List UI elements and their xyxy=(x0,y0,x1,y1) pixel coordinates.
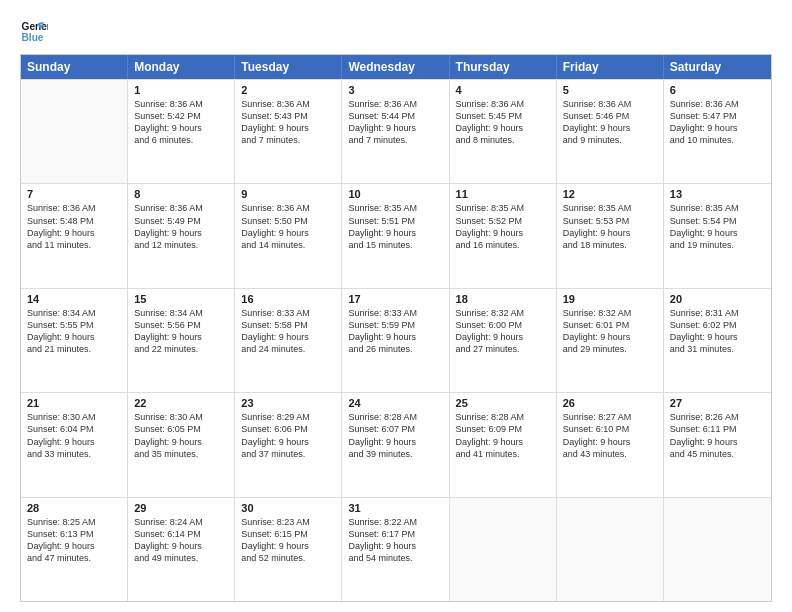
day-number: 20 xyxy=(670,293,765,305)
day-number: 28 xyxy=(27,502,121,514)
week-row-1: 1Sunrise: 8:36 AMSunset: 5:42 PMDaylight… xyxy=(21,79,771,183)
day-number: 12 xyxy=(563,188,657,200)
day-cell xyxy=(557,498,664,601)
day-cell: 30Sunrise: 8:23 AMSunset: 6:15 PMDayligh… xyxy=(235,498,342,601)
day-info: Sunrise: 8:34 AMSunset: 5:55 PMDaylight:… xyxy=(27,307,121,356)
day-cell: 13Sunrise: 8:35 AMSunset: 5:54 PMDayligh… xyxy=(664,184,771,287)
day-number: 3 xyxy=(348,84,442,96)
day-cell: 21Sunrise: 8:30 AMSunset: 6:04 PMDayligh… xyxy=(21,393,128,496)
day-cell: 16Sunrise: 8:33 AMSunset: 5:58 PMDayligh… xyxy=(235,289,342,392)
day-info: Sunrise: 8:23 AMSunset: 6:15 PMDaylight:… xyxy=(241,516,335,565)
column-header-saturday: Saturday xyxy=(664,55,771,79)
day-info: Sunrise: 8:27 AMSunset: 6:10 PMDaylight:… xyxy=(563,411,657,460)
page-header: General Blue xyxy=(20,18,772,46)
day-number: 27 xyxy=(670,397,765,409)
day-cell: 31Sunrise: 8:22 AMSunset: 6:17 PMDayligh… xyxy=(342,498,449,601)
day-info: Sunrise: 8:30 AMSunset: 6:05 PMDaylight:… xyxy=(134,411,228,460)
day-cell: 1Sunrise: 8:36 AMSunset: 5:42 PMDaylight… xyxy=(128,80,235,183)
column-header-sunday: Sunday xyxy=(21,55,128,79)
day-cell xyxy=(450,498,557,601)
day-cell xyxy=(21,80,128,183)
day-cell: 15Sunrise: 8:34 AMSunset: 5:56 PMDayligh… xyxy=(128,289,235,392)
day-cell: 18Sunrise: 8:32 AMSunset: 6:00 PMDayligh… xyxy=(450,289,557,392)
day-info: Sunrise: 8:36 AMSunset: 5:46 PMDaylight:… xyxy=(563,98,657,147)
day-cell: 7Sunrise: 8:36 AMSunset: 5:48 PMDaylight… xyxy=(21,184,128,287)
day-info: Sunrise: 8:36 AMSunset: 5:49 PMDaylight:… xyxy=(134,202,228,251)
day-info: Sunrise: 8:31 AMSunset: 6:02 PMDaylight:… xyxy=(670,307,765,356)
calendar-header: SundayMondayTuesdayWednesdayThursdayFrid… xyxy=(21,55,771,79)
logo: General Blue xyxy=(20,18,48,46)
day-number: 8 xyxy=(134,188,228,200)
day-info: Sunrise: 8:34 AMSunset: 5:56 PMDaylight:… xyxy=(134,307,228,356)
day-info: Sunrise: 8:35 AMSunset: 5:54 PMDaylight:… xyxy=(670,202,765,251)
day-cell: 9Sunrise: 8:36 AMSunset: 5:50 PMDaylight… xyxy=(235,184,342,287)
day-number: 24 xyxy=(348,397,442,409)
day-number: 26 xyxy=(563,397,657,409)
day-info: Sunrise: 8:25 AMSunset: 6:13 PMDaylight:… xyxy=(27,516,121,565)
day-number: 25 xyxy=(456,397,550,409)
day-number: 5 xyxy=(563,84,657,96)
day-cell: 14Sunrise: 8:34 AMSunset: 5:55 PMDayligh… xyxy=(21,289,128,392)
column-header-thursday: Thursday xyxy=(450,55,557,79)
day-info: Sunrise: 8:26 AMSunset: 6:11 PMDaylight:… xyxy=(670,411,765,460)
day-info: Sunrise: 8:35 AMSunset: 5:52 PMDaylight:… xyxy=(456,202,550,251)
day-number: 1 xyxy=(134,84,228,96)
day-number: 10 xyxy=(348,188,442,200)
column-header-monday: Monday xyxy=(128,55,235,79)
day-cell: 5Sunrise: 8:36 AMSunset: 5:46 PMDaylight… xyxy=(557,80,664,183)
day-cell: 23Sunrise: 8:29 AMSunset: 6:06 PMDayligh… xyxy=(235,393,342,496)
day-cell: 4Sunrise: 8:36 AMSunset: 5:45 PMDaylight… xyxy=(450,80,557,183)
day-number: 30 xyxy=(241,502,335,514)
day-number: 19 xyxy=(563,293,657,305)
week-row-3: 14Sunrise: 8:34 AMSunset: 5:55 PMDayligh… xyxy=(21,288,771,392)
logo-icon: General Blue xyxy=(20,18,48,46)
column-header-friday: Friday xyxy=(557,55,664,79)
day-info: Sunrise: 8:36 AMSunset: 5:43 PMDaylight:… xyxy=(241,98,335,147)
day-cell: 11Sunrise: 8:35 AMSunset: 5:52 PMDayligh… xyxy=(450,184,557,287)
day-cell: 19Sunrise: 8:32 AMSunset: 6:01 PMDayligh… xyxy=(557,289,664,392)
day-cell: 6Sunrise: 8:36 AMSunset: 5:47 PMDaylight… xyxy=(664,80,771,183)
day-cell: 25Sunrise: 8:28 AMSunset: 6:09 PMDayligh… xyxy=(450,393,557,496)
day-info: Sunrise: 8:36 AMSunset: 5:48 PMDaylight:… xyxy=(27,202,121,251)
day-info: Sunrise: 8:22 AMSunset: 6:17 PMDaylight:… xyxy=(348,516,442,565)
day-cell: 3Sunrise: 8:36 AMSunset: 5:44 PMDaylight… xyxy=(342,80,449,183)
day-info: Sunrise: 8:32 AMSunset: 6:01 PMDaylight:… xyxy=(563,307,657,356)
week-row-5: 28Sunrise: 8:25 AMSunset: 6:13 PMDayligh… xyxy=(21,497,771,601)
day-cell: 26Sunrise: 8:27 AMSunset: 6:10 PMDayligh… xyxy=(557,393,664,496)
day-number: 9 xyxy=(241,188,335,200)
day-info: Sunrise: 8:33 AMSunset: 5:58 PMDaylight:… xyxy=(241,307,335,356)
day-info: Sunrise: 8:36 AMSunset: 5:42 PMDaylight:… xyxy=(134,98,228,147)
day-cell xyxy=(664,498,771,601)
day-number: 14 xyxy=(27,293,121,305)
day-info: Sunrise: 8:28 AMSunset: 6:09 PMDaylight:… xyxy=(456,411,550,460)
day-info: Sunrise: 8:36 AMSunset: 5:50 PMDaylight:… xyxy=(241,202,335,251)
day-info: Sunrise: 8:24 AMSunset: 6:14 PMDaylight:… xyxy=(134,516,228,565)
day-cell: 8Sunrise: 8:36 AMSunset: 5:49 PMDaylight… xyxy=(128,184,235,287)
day-info: Sunrise: 8:36 AMSunset: 5:45 PMDaylight:… xyxy=(456,98,550,147)
day-cell: 10Sunrise: 8:35 AMSunset: 5:51 PMDayligh… xyxy=(342,184,449,287)
day-cell: 29Sunrise: 8:24 AMSunset: 6:14 PMDayligh… xyxy=(128,498,235,601)
calendar-weeks: 1Sunrise: 8:36 AMSunset: 5:42 PMDaylight… xyxy=(21,79,771,601)
day-cell: 17Sunrise: 8:33 AMSunset: 5:59 PMDayligh… xyxy=(342,289,449,392)
week-row-4: 21Sunrise: 8:30 AMSunset: 6:04 PMDayligh… xyxy=(21,392,771,496)
day-number: 22 xyxy=(134,397,228,409)
day-number: 2 xyxy=(241,84,335,96)
day-number: 23 xyxy=(241,397,335,409)
day-cell: 27Sunrise: 8:26 AMSunset: 6:11 PMDayligh… xyxy=(664,393,771,496)
day-number: 4 xyxy=(456,84,550,96)
day-number: 7 xyxy=(27,188,121,200)
day-cell: 22Sunrise: 8:30 AMSunset: 6:05 PMDayligh… xyxy=(128,393,235,496)
day-info: Sunrise: 8:35 AMSunset: 5:53 PMDaylight:… xyxy=(563,202,657,251)
day-number: 18 xyxy=(456,293,550,305)
day-cell: 12Sunrise: 8:35 AMSunset: 5:53 PMDayligh… xyxy=(557,184,664,287)
day-info: Sunrise: 8:32 AMSunset: 6:00 PMDaylight:… xyxy=(456,307,550,356)
week-row-2: 7Sunrise: 8:36 AMSunset: 5:48 PMDaylight… xyxy=(21,183,771,287)
day-number: 6 xyxy=(670,84,765,96)
day-cell: 24Sunrise: 8:28 AMSunset: 6:07 PMDayligh… xyxy=(342,393,449,496)
day-cell: 20Sunrise: 8:31 AMSunset: 6:02 PMDayligh… xyxy=(664,289,771,392)
day-info: Sunrise: 8:36 AMSunset: 5:47 PMDaylight:… xyxy=(670,98,765,147)
column-header-tuesday: Tuesday xyxy=(235,55,342,79)
day-number: 31 xyxy=(348,502,442,514)
day-info: Sunrise: 8:33 AMSunset: 5:59 PMDaylight:… xyxy=(348,307,442,356)
day-info: Sunrise: 8:30 AMSunset: 6:04 PMDaylight:… xyxy=(27,411,121,460)
